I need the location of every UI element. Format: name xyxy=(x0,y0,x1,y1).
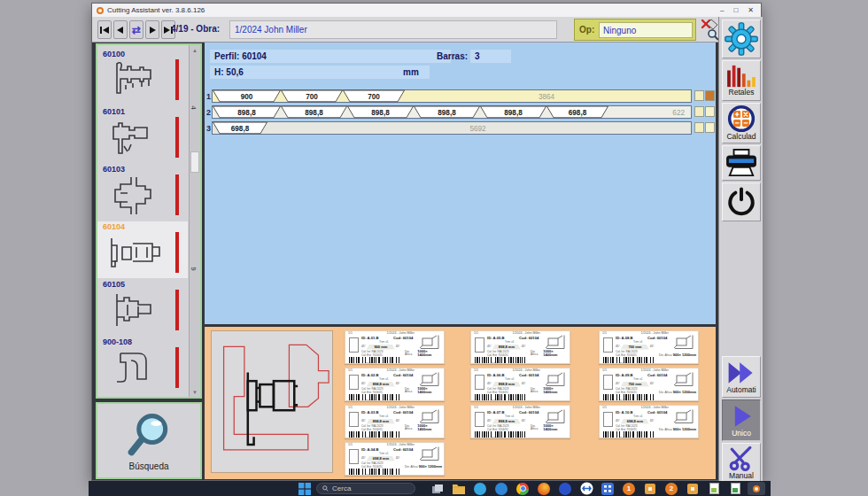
scissors-icon xyxy=(727,444,756,472)
card-dims-row: Din. Africa1000× 1400mm xyxy=(531,387,568,394)
orange-app-icon[interactable] xyxy=(641,482,659,495)
teamviewer-icon[interactable] xyxy=(577,482,595,495)
card-angle-right: 45° xyxy=(650,345,655,348)
card-dims: 1000× 1400mm xyxy=(543,350,568,357)
profile-code: 60103 xyxy=(103,166,188,174)
calculator-icon[interactable] xyxy=(599,482,616,495)
app-window: Cutting Assistant ver. 3.8.6.126 – □ ✕ ⇄… xyxy=(91,3,762,481)
close-button[interactable]: ✕ xyxy=(748,6,754,14)
scroll-down-arrow[interactable]: ▼ xyxy=(190,387,200,397)
card-id: ID: A.01.B xyxy=(361,337,379,340)
chrome-icon[interactable] xyxy=(514,482,531,495)
unico-button[interactable]: Unico xyxy=(722,399,761,441)
power-button[interactable] xyxy=(722,182,761,221)
profile-code: 60101 xyxy=(103,108,188,117)
profile-list-item-60101[interactable]: 60101 xyxy=(97,106,188,163)
automatic-button[interactable]: Automati xyxy=(722,356,761,398)
app-badge-2-icon[interactable]: 2 xyxy=(663,482,680,495)
app-badge-1-icon[interactable]: 1 xyxy=(620,482,638,495)
search-magnifier-icon xyxy=(124,411,174,461)
orange-app2-icon[interactable] xyxy=(684,482,701,495)
scroll-up-arrow[interactable]: ▲ xyxy=(190,45,200,55)
label-card: 1/11/2024 - John MillerID: A.05.BCod: 60… xyxy=(470,330,570,364)
minimize-button[interactable]: – xyxy=(720,6,724,14)
stock-red-bar xyxy=(175,59,179,100)
card-angle-right: 45° xyxy=(396,457,400,460)
profile-list-item-60103[interactable]: 60103 xyxy=(97,164,188,221)
cutting-bar-2[interactable]: 898,8898,8898,8898,8898,8698,8622 xyxy=(212,105,692,119)
card-id: ID: A.05.B xyxy=(487,337,505,340)
impress-doc-icon[interactable] xyxy=(705,482,723,495)
clear-filter-button[interactable] xyxy=(701,18,720,41)
swap-records-button[interactable]: ⇄ xyxy=(129,20,143,39)
start-button[interactable] xyxy=(298,483,311,495)
cutting-bar-3[interactable]: 698,85692 xyxy=(212,121,692,135)
operator-label: Op: xyxy=(579,25,594,35)
card-barcode-number: A920212 xyxy=(365,400,375,402)
mail-app-icon[interactable] xyxy=(556,482,574,495)
manual-button[interactable]: Manual xyxy=(722,443,761,482)
profile-list-item-60104[interactable]: 60104 xyxy=(97,221,188,278)
card-angle-left: 45° xyxy=(487,383,492,385)
settings-button[interactable] xyxy=(722,19,761,58)
profile-list-item-60105[interactable]: 60105 xyxy=(97,279,188,336)
taskbar-search[interactable]: Cerca xyxy=(316,483,415,494)
card-dims: 900× 1200mm xyxy=(673,428,696,431)
card-angle-right: 45° xyxy=(522,420,526,422)
firefox-icon[interactable] xyxy=(535,482,553,495)
search-button[interactable]: Búsqueda xyxy=(96,402,202,479)
cutting-assistant-icon[interactable] xyxy=(748,482,765,495)
card-angle-right: 45° xyxy=(650,383,655,385)
card-piece-thumb xyxy=(603,337,613,353)
card-dims-row: Din. Africa900× 1200mm xyxy=(405,465,442,469)
print-button[interactable] xyxy=(722,145,761,181)
card-barcode xyxy=(349,469,402,475)
previous-record-button[interactable] xyxy=(113,20,128,39)
profile-list-panel: 6010060101601036010460105900-108 ▲ ▼ 49 xyxy=(96,43,202,399)
taskview-icon[interactable] xyxy=(429,482,446,495)
card-cut-shape: 45°898,8 mm45° xyxy=(487,382,526,387)
card-din: Din. Africa xyxy=(405,388,417,393)
obra-value: 1/2024 John Miller xyxy=(235,25,307,35)
label-card: 1/11/2024 - John MillerID: A.09.BCod: 60… xyxy=(599,368,699,401)
profile-list-item-60100[interactable]: 60100 xyxy=(97,49,188,105)
skype-icon[interactable] xyxy=(471,482,489,495)
card-piece-thumb xyxy=(603,375,613,390)
card-page: 1/1 xyxy=(602,369,607,373)
profile-list-item-900-108[interactable]: 900-108 xyxy=(97,337,188,393)
obra-field[interactable]: 1/2024 John Miller xyxy=(229,20,557,39)
card-profile-mini-drawing xyxy=(671,334,695,351)
card-id: ID: A.10.B xyxy=(616,411,633,415)
calculad-button[interactable]: Calculad xyxy=(722,103,761,143)
label-card: 1/11/2024 - John MillerID: A.02.BCod: 60… xyxy=(345,368,445,401)
profile-code: 60100 xyxy=(103,50,188,59)
card-barcode xyxy=(349,431,402,438)
scrollbar-thumb[interactable] xyxy=(190,151,199,173)
bar-color-tag xyxy=(694,90,704,101)
retales-button[interactable]: Retales xyxy=(722,60,761,101)
card-length: 898,8 mm xyxy=(367,382,395,387)
first-record-button[interactable] xyxy=(97,20,112,39)
card-barcode-number: A920211 xyxy=(365,363,375,365)
card-piece-thumb xyxy=(349,412,359,427)
label-card: 1/11/2024 - John MillerID: A.10.BCod: 60… xyxy=(599,405,699,438)
next-record-button[interactable] xyxy=(145,20,159,39)
operator-field[interactable]: Ninguno xyxy=(599,22,693,38)
card-cod: Cod: 60104 xyxy=(519,411,539,415)
card-dims: 1000× 1400mm xyxy=(417,387,442,394)
toolbar: ⇄ 4/19 - Obra: 1/2024 John Miller Op: Ni… xyxy=(92,17,761,43)
profile-list-scrollbar[interactable]: ▲ ▼ 49 xyxy=(189,45,200,397)
piece-length: 898,8 xyxy=(237,109,256,117)
bar-number: 1 xyxy=(206,92,211,101)
explorer-icon[interactable] xyxy=(450,482,468,495)
cutting-plan-panel: Perfil: 60104 Barras: 3 H: 50,6 mm 90070… xyxy=(205,43,716,324)
label-card: 1/11/2024 - John MillerID: A.03.BCod: 60… xyxy=(345,405,445,438)
card-piece-thumb xyxy=(349,449,359,464)
edge-icon[interactable] xyxy=(492,482,510,495)
card-dims-row: Din. Africa1000× 1400mm xyxy=(531,424,568,431)
maximize-button[interactable]: □ xyxy=(733,6,738,14)
card-length: 898,8 mm xyxy=(492,419,521,424)
calc-doc-icon[interactable] xyxy=(726,482,744,495)
profile-drawing xyxy=(105,291,163,333)
cutting-bar-1[interactable]: 9007007003864 xyxy=(212,89,692,103)
